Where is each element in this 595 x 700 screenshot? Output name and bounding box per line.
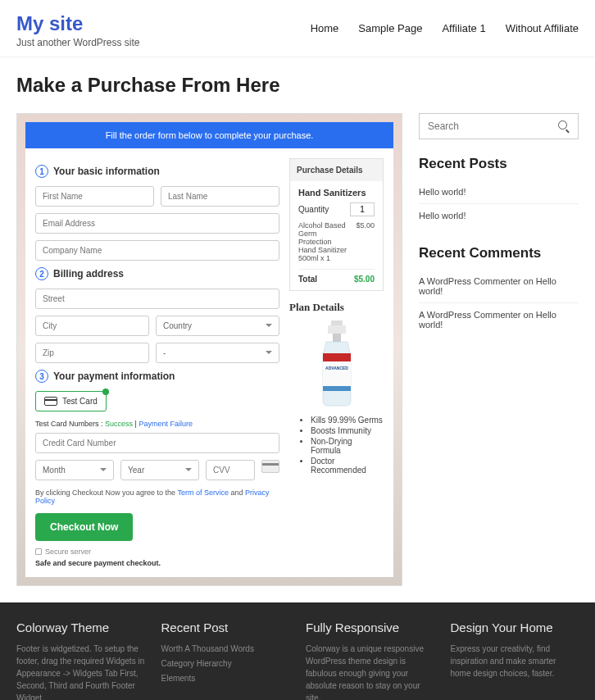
section-basic-info: Your basic information <box>53 166 160 177</box>
zip-field[interactable] <box>35 343 149 363</box>
test-card-numbers: Test Card Numbers : Success | Payment Fa… <box>35 420 279 428</box>
site-tagline: Just another WordPress site <box>16 37 140 48</box>
recent-post-item[interactable]: Hello world! <box>419 204 579 227</box>
test-card-label: Test Card <box>62 397 98 406</box>
site-footer: Colorway Theme Footer is widgetized. To … <box>0 602 595 700</box>
footer-link[interactable]: Worth A Thousand Words <box>161 643 290 655</box>
nav-affiliate-1[interactable]: Affiliate 1 <box>442 22 485 34</box>
footer-col-1-body: Footer is widgetized. To setup the foote… <box>16 643 145 700</box>
recent-comment-item[interactable]: A WordPress Commenter on Hello world! <box>419 270 579 303</box>
purchase-details-header: Purchase Details <box>290 159 383 181</box>
nav-without-affiliate[interactable]: Without Affiliate <box>506 22 579 34</box>
recent-posts-heading: Recent Posts <box>419 156 579 172</box>
plan-bullets: Kills 99.99% Germs Boosts Immunity Non-D… <box>289 416 384 475</box>
footer-col-4-body: Express your creativity, find inspiratio… <box>451 643 579 680</box>
card-icon <box>44 397 57 406</box>
step-3-icon: 3 <box>35 370 48 383</box>
purchase-details-card: Purchase Details Hand Sanitizers Quantit… <box>289 158 384 291</box>
page-title: Make a Purchase From Here <box>0 57 595 113</box>
svg-rect-6 <box>323 386 351 391</box>
quantity-label: Quantity <box>298 205 329 214</box>
product-image: ADVANCED <box>289 319 384 409</box>
site-header: My site Just another WordPress site Home… <box>0 0 595 57</box>
nav-home[interactable]: Home <box>311 22 339 34</box>
year-select[interactable]: Year <box>120 460 199 480</box>
first-name-field[interactable] <box>35 186 154 207</box>
product-desc: Alcohol Based Germ Protection Hand Sanit… <box>298 221 356 262</box>
svg-text:ADVANCED: ADVANCED <box>325 366 348 370</box>
bullet-item: Non-Drying Formula <box>311 437 384 455</box>
check-icon <box>102 389 109 395</box>
lock-icon <box>35 548 42 555</box>
recent-comments-heading: Recent Comments <box>419 245 579 261</box>
plan-details-title: Plan Details <box>289 301 384 314</box>
bullet-item: Boosts Immunity <box>311 426 384 435</box>
section-payment: Your payment information <box>53 370 175 382</box>
month-select[interactable]: Month <box>35 460 114 480</box>
svg-rect-2 <box>333 334 341 342</box>
secure-server-label: Secure server <box>45 548 91 556</box>
total-label: Total <box>298 275 317 284</box>
svg-rect-1 <box>328 325 346 334</box>
country-select[interactable]: Country <box>156 316 279 336</box>
order-header: Fill the order form below to complete yo… <box>25 122 393 148</box>
street-field[interactable] <box>35 289 279 309</box>
footer-link[interactable]: Category Hierarchy <box>161 657 290 670</box>
footer-col-3-body: Colorway is a unique responsive WordPres… <box>306 643 434 700</box>
footer-col-2-heading: Recent Post <box>161 620 290 634</box>
svg-rect-0 <box>331 320 343 325</box>
search-input[interactable] <box>428 120 558 132</box>
tos-link[interactable]: Term of Service <box>177 489 229 497</box>
tos-text: By clicking Checkout Now you agree to th… <box>35 489 279 505</box>
nav-sample-page[interactable]: Sample Page <box>358 22 422 34</box>
tcn-failure-link[interactable]: Payment Failure <box>139 420 193 428</box>
bullet-item: Kills 99.99% Germs <box>311 416 384 425</box>
site-title[interactable]: My site <box>16 12 140 35</box>
quantity-stepper[interactable] <box>350 202 375 216</box>
footer-col-3-heading: Fully Responsive <box>306 620 434 634</box>
section-billing: Billing address <box>53 268 124 280</box>
email-field[interactable] <box>35 213 279 234</box>
step-1-icon: 1 <box>35 165 48 178</box>
search-box[interactable] <box>419 113 579 139</box>
svg-rect-3 <box>323 353 351 361</box>
total-amount: $5.00 <box>354 275 375 284</box>
product-name: Hand Sanitizers <box>298 188 375 198</box>
sidebar: Recent Posts Hello world! Hello world! R… <box>419 113 579 586</box>
cvv-card-icon <box>261 460 279 473</box>
cc-number-field[interactable] <box>35 433 279 453</box>
product-price: $5.00 <box>356 221 375 262</box>
footer-col-1-heading: Colorway Theme <box>16 620 145 634</box>
last-name-field[interactable] <box>161 186 279 207</box>
order-form-panel: Fill the order form below to complete yo… <box>16 113 402 586</box>
test-card-button[interactable]: Test Card <box>35 391 107 411</box>
step-2-icon: 2 <box>35 267 48 280</box>
main-nav: Home Sample Page Affiliate 1 Without Aff… <box>311 12 579 34</box>
recent-post-item[interactable]: Hello world! <box>419 180 579 204</box>
recent-comment-item[interactable]: A WordPress Commenter on Hello world! <box>419 303 579 336</box>
tcn-success-link[interactable]: Success <box>105 420 133 428</box>
footer-link[interactable]: Elements <box>161 672 290 684</box>
search-icon[interactable] <box>558 120 570 132</box>
footer-col-4-heading: Design Your Home <box>451 620 579 634</box>
company-field[interactable] <box>35 240 279 261</box>
safe-checkout-text: Safe and secure payment checkout. <box>35 559 279 567</box>
bullet-item: Doctor Recommended <box>311 457 384 475</box>
checkout-button[interactable]: Checkout Now <box>35 513 133 541</box>
state-select[interactable]: - <box>156 343 279 363</box>
cvv-field[interactable] <box>206 460 255 480</box>
city-field[interactable] <box>35 316 149 336</box>
